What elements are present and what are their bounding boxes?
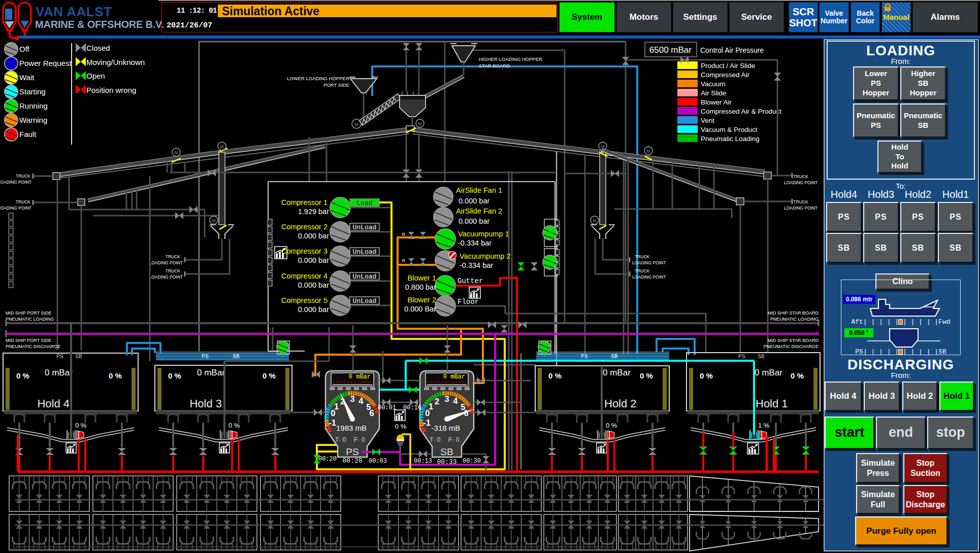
- svg-text:0 %: 0 %: [791, 371, 804, 380]
- svg-text:MID SHIP STAR BOARD: MID SHIP STAR BOARD: [768, 310, 819, 316]
- svg-text:Compressor 3: Compressor 3: [281, 247, 328, 255]
- svg-text:0 mBar: 0 mBar: [603, 368, 631, 377]
- svg-text:-1: -1: [329, 418, 336, 427]
- svg-text:6500 mBar: 6500 mBar: [649, 45, 692, 55]
- svg-text:SB: SB: [75, 354, 82, 359]
- svg-text:SB: SB: [233, 354, 240, 359]
- svg-text:Vacuum & Product: Vacuum & Product: [701, 126, 758, 133]
- svg-text:-1: -1: [423, 418, 431, 427]
- svg-text:Starting: Starting: [19, 87, 46, 96]
- svg-text:0 mBar: 0 mBar: [443, 373, 465, 381]
- svg-text:M: M: [212, 218, 216, 223]
- svg-text:R: R: [402, 258, 406, 263]
- svg-text:0 %: 0 %: [228, 422, 240, 429]
- svg-text:0 %: 0 %: [168, 371, 181, 380]
- svg-text:TRUCK: TRUCK: [16, 199, 31, 204]
- svg-text:LOADING POINT: LOADING POINT: [149, 260, 183, 265]
- svg-text:M: M: [418, 121, 422, 126]
- svg-text:AirSlide Fan 1: AirSlide Fan 1: [456, 186, 502, 194]
- svg-text:-0.334 bar: -0.334 bar: [458, 239, 492, 247]
- svg-text:PORT SIDE: PORT SIDE: [323, 82, 349, 88]
- svg-text:0.000 bar: 0.000 bar: [298, 256, 329, 264]
- svg-text:TRUCK: TRUCK: [793, 199, 808, 204]
- svg-text:UnLoad: UnLoad: [353, 297, 377, 305]
- svg-text:MID SHIP PORT SIDE: MID SHIP PORT SIDE: [6, 310, 52, 316]
- svg-text:LOADING POINT: LOADING POINT: [149, 274, 183, 280]
- svg-text:PNEUMATIC DISCHARGE: PNEUMATIC DISCHARGE: [6, 344, 60, 349]
- svg-text:Compressor 4: Compressor 4: [281, 272, 328, 280]
- svg-text:TRUCK: TRUCK: [793, 174, 808, 179]
- svg-text:PS: PS: [581, 354, 588, 359]
- svg-text:TRUCK: TRUCK: [166, 254, 181, 259]
- svg-text:PS: PS: [346, 446, 358, 457]
- svg-text:M: M: [646, 149, 650, 154]
- svg-text:-0.334 bar: -0.334 bar: [460, 261, 493, 269]
- svg-text:R: R: [402, 232, 406, 237]
- svg-text:HIGHER LOADING HOPPER: HIGHER LOADING HOPPER: [479, 56, 542, 62]
- svg-text:Position wrong: Position wrong: [86, 86, 136, 94]
- svg-text:Blower 2: Blower 2: [408, 296, 436, 304]
- svg-text:0 %: 0 %: [75, 422, 87, 429]
- svg-text:M: M: [354, 122, 358, 127]
- svg-text:1: 1: [334, 402, 339, 411]
- svg-text:STAR BOARD: STAR BOARD: [479, 63, 510, 68]
- svg-text:Control Air Pressure: Control Air Pressure: [700, 46, 764, 54]
- svg-text:Open: Open: [86, 72, 105, 80]
- svg-text:0 %: 0 %: [395, 423, 407, 430]
- svg-text:00:20: 00:20: [318, 456, 337, 463]
- svg-text:Running: Running: [19, 101, 48, 110]
- svg-text:Compressed Air: Compressed Air: [701, 71, 750, 79]
- svg-text:UnLoad: UnLoad: [353, 273, 377, 281]
- svg-text:0 %: 0 %: [109, 371, 122, 380]
- svg-text:0 %: 0 %: [263, 371, 276, 380]
- svg-text:0 mBar: 0 mBar: [197, 368, 225, 377]
- svg-text:M: M: [220, 144, 224, 149]
- svg-text:3: 3: [350, 394, 354, 403]
- svg-text:-318 mB: -318 mB: [432, 424, 461, 432]
- svg-text:0 %: 0 %: [16, 371, 29, 380]
- svg-text:UnLoad: UnLoad: [353, 224, 377, 231]
- svg-text:PS: PS: [738, 354, 745, 359]
- svg-text:1.929 bar: 1.929 bar: [298, 208, 329, 216]
- svg-text:00:20: 00:20: [342, 457, 362, 465]
- svg-text:Load: Load: [356, 199, 372, 207]
- svg-text:Product / Air Slide: Product / Air Slide: [701, 62, 755, 70]
- svg-text:LOADING POINT: LOADING POINT: [784, 205, 818, 211]
- svg-text:PS: PS: [202, 354, 209, 359]
- svg-text:TRUCK: TRUCK: [16, 174, 31, 179]
- svg-text:Compressor 2: Compressor 2: [281, 223, 328, 231]
- svg-text:M: M: [174, 150, 178, 155]
- svg-text:1983 mB: 1983 mB: [336, 424, 367, 432]
- svg-text:0.000 bar: 0.000 bar: [298, 305, 329, 314]
- svg-text:0 %: 0 %: [548, 371, 562, 380]
- svg-text:00:03: 00:03: [369, 458, 387, 465]
- svg-text:Compressor 5: Compressor 5: [281, 296, 328, 304]
- svg-text:UnLoad: UnLoad: [353, 248, 377, 256]
- svg-text:M: M: [593, 218, 597, 223]
- svg-text:1 %: 1 %: [758, 422, 770, 429]
- svg-text:F· 0: F· 0: [354, 436, 365, 443]
- svg-text:MID SHIP STAR BOARD: MID SHIP STAR BOARD: [768, 338, 819, 343]
- svg-text:0 %: 0 %: [700, 371, 713, 380]
- svg-text:0 mBar: 0 mBar: [349, 373, 371, 381]
- svg-text:Vacuum: Vacuum: [701, 80, 726, 88]
- svg-text:4: 4: [358, 396, 364, 405]
- svg-text:Hold 2: Hold 2: [604, 397, 637, 410]
- svg-text:Compressed Air & Product: Compressed Air & Product: [701, 108, 781, 115]
- svg-text:Hold 4: Hold 4: [37, 397, 70, 410]
- svg-text:Power Request: Power Request: [19, 59, 72, 67]
- svg-text:Hold 1: Hold 1: [756, 397, 788, 410]
- svg-text:TRUCK: TRUCK: [635, 268, 650, 273]
- svg-text:SB: SB: [440, 446, 453, 457]
- svg-text:0.000 bar: 0.000 bar: [298, 232, 329, 240]
- svg-text:0.000 bar: 0.000 bar: [298, 281, 329, 289]
- svg-text:AirSlide Fan 2: AirSlide Fan 2: [456, 207, 502, 215]
- svg-text:LOADING POINT: LOADING POINT: [0, 180, 31, 185]
- svg-text:MID SHIP PORT SIDE: MID SHIP PORT SIDE: [6, 338, 52, 343]
- svg-text:4: 4: [453, 396, 458, 405]
- svg-text:Compressor 1: Compressor 1: [281, 198, 328, 206]
- svg-text:Moving/Unknown: Moving/Unknown: [86, 58, 145, 66]
- svg-text:Pneumatic Loading: Pneumatic Loading: [701, 135, 760, 143]
- svg-text:Closed: Closed: [86, 44, 110, 52]
- svg-text:Floor: Floor: [458, 298, 479, 306]
